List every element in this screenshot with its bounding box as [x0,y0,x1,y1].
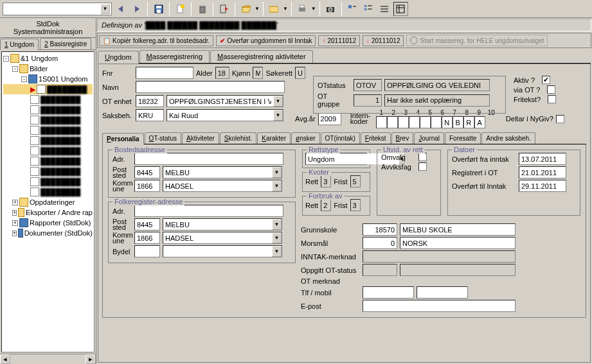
registrert-ot-field[interactable] [519,166,566,178]
exit-icon[interactable] [217,2,231,16]
tree-hscroll[interactable]: ◂ ▸ [0,354,96,364]
subtab-otinntak[interactable]: OT(inntak) [321,132,360,144]
grunnskole-text[interactable] [400,223,516,236]
view-list-icon[interactable] [377,2,392,16]
rettstype-combo[interactable]: ▼ [305,153,367,165]
overfor-inntak-button[interactable]: ✔Overfør ungdommen til Inntak [216,35,316,46]
otenhet-combo[interactable]: ▼ [166,95,283,107]
new-icon[interactable] [173,2,188,16]
nav-next-button[interactable] [129,2,144,16]
navn-label: Navn [102,83,133,91]
tab-basisregistre[interactable]: 2 Basisregistre [40,38,91,49]
bosted-komm-code[interactable] [134,180,160,192]
svg-rect-4 [157,10,161,13]
morsmal-code[interactable] [363,237,397,249]
navn-field[interactable] [136,81,285,93]
tab-ungdom[interactable]: 1 Ungdom [0,39,39,50]
subtab-aktiviteter[interactable]: Aktiviteter [182,132,219,144]
internkode-field[interactable] [463,116,474,128]
internkode-field[interactable] [431,116,442,128]
bosted-post-code[interactable] [134,166,160,178]
svg-marker-1 [135,6,139,12]
tab-masseregistrering-aktiviteter[interactable]: Masseregistrering aktiviteter [210,50,313,63]
saksbeh-combo[interactable]: ▼ [166,109,283,121]
tab-ungdom-main[interactable]: Ungdom [98,51,139,64]
morsmal-text[interactable] [400,237,516,249]
subtab-personalia[interactable]: Personalia [102,133,144,144]
internkode-field[interactable] [398,116,409,128]
subtab-brev[interactable]: Brev [391,132,414,144]
aktiv-checkbox[interactable]: ✔ [542,76,550,84]
fritekst-checkbox[interactable] [548,95,556,103]
tlf2-field[interactable] [417,286,468,299]
grunnskole-code[interactable] [363,223,397,236]
view-details-icon[interactable] [393,2,408,16]
chevron-down-icon[interactable]: ▼ [100,4,110,14]
tlf1-field[interactable] [363,286,414,299]
internkode-field[interactable] [474,116,485,128]
otenhet-code-field[interactable] [136,95,164,107]
svg-rect-26 [397,5,404,13]
bosted-post-combo[interactable]: ▼ [163,166,282,178]
save-icon[interactable] [151,2,166,16]
tree-view[interactable]: -&1 Ungdom -Bilder -1S001 Ungdom ▶██████… [1,51,94,352]
overfort-til-field[interactable] [519,180,566,192]
year-up-button[interactable]: ↑20111012 [318,35,360,46]
folkereg-post-combo[interactable]: ▼ [163,218,282,230]
bosted-adr-field[interactable] [134,153,283,165]
epost-field[interactable] [363,300,516,312]
internkode-field[interactable] [376,116,387,128]
internkode-field[interactable] [387,116,398,128]
tab-masseregistrering[interactable]: Masseregistrering [139,50,210,63]
deltar-checkbox[interactable] [556,115,564,123]
folkereg-post-code[interactable] [134,218,160,230]
folkereg-komm-combo[interactable]: ▼ [163,232,282,244]
print-icon[interactable] [295,2,310,16]
svg-rect-9 [220,5,226,13]
saksbeh-code-field[interactable] [136,109,164,121]
rettstype-legend: Rettstype [307,146,340,153]
delete-icon[interactable] [195,2,210,16]
subtab-foresatte[interactable]: Foresatte [445,132,481,144]
overfort-fra-field[interactable] [519,153,566,165]
view-small-icon[interactable] [361,2,376,16]
ot-merknad-label: OT merknad [301,277,360,285]
avgar-field[interactable] [318,113,341,125]
forbruk-rett [321,199,331,211]
inntak-merknad-field [363,250,516,263]
subtab-karakter[interactable]: Karakter [257,132,291,144]
camera-icon[interactable] [323,2,338,16]
bosted-fieldset: Bostedsadresse Adr. Post sted▼ Komm une▼ [108,150,296,198]
folder-icon[interactable] [267,2,282,16]
omvalg-checkbox[interactable] [418,153,427,161]
bydel-code[interactable] [134,245,160,257]
bosted-komm-label: Komm une [112,180,132,192]
internkode-field[interactable] [409,116,420,128]
fnr-field[interactable] [136,67,193,79]
internkode-field[interactable] [442,116,453,128]
subtab-nsker[interactable]: ønsker [291,132,320,144]
open-icon[interactable] [238,2,253,16]
viaot-checkbox[interactable] [547,85,555,94]
kvoter-rett [321,175,331,187]
subtab-andresaksbeh[interactable]: Andre saksbeh. [481,132,535,144]
svg-point-16 [328,8,332,12]
toolbar-combo[interactable]: ▼ [3,3,112,15]
subtab-journal[interactable]: Journal [414,132,444,144]
view-large-icon[interactable] [345,2,360,16]
avviksfag-checkbox[interactable] [418,162,427,171]
folkereg-adr-field[interactable] [134,205,283,217]
internkode-field[interactable] [420,116,431,128]
subtab-skolehist[interactable]: Skolehist. [220,132,256,144]
subtab-fritekst[interactable]: Fritekst [361,132,391,144]
internkode-field[interactable] [453,116,463,128]
alder-label: Alder [196,69,213,77]
nav-prev-button[interactable] [113,2,128,16]
folkereg-komm-code[interactable] [134,232,160,244]
bydel-combo[interactable]: ▼ [163,245,282,257]
bosted-komm-combo[interactable]: ▼ [163,180,282,192]
copy-folkereg-button[interactable]: 📋Kopiér folkereg.adr. til bostedsadr. [99,35,213,46]
svg-rect-19 [364,5,366,7]
year-down-button[interactable]: ↓20111012 [363,35,404,46]
subtab-otstatus[interactable]: OT-status [145,132,181,144]
